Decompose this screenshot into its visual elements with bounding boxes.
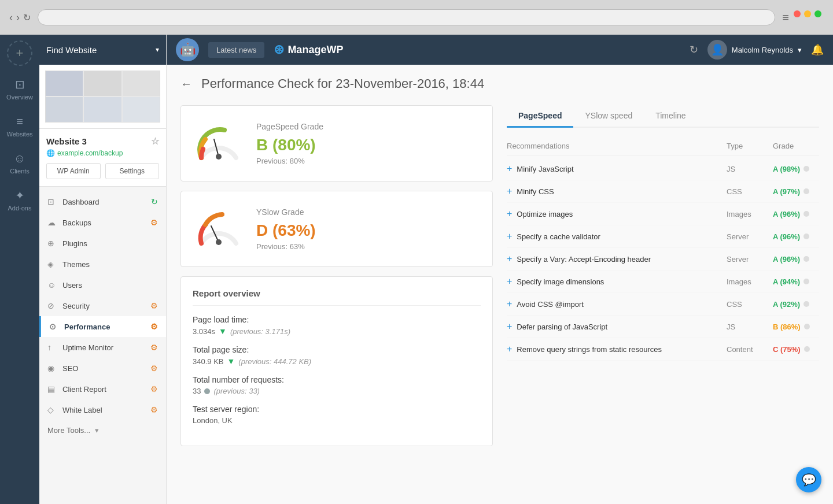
nav-label-themes: Themes [62,260,158,269]
nav-item-users[interactable]: ☺ Users [39,275,166,295]
browser-menu-button[interactable]: ≡ [782,11,789,24]
yslow-gauge [193,203,245,255]
rec-name-minify-js: + Minify JavaScript [507,164,727,174]
nav-item-seo[interactable]: ◉ SEO ⚙ [39,358,166,379]
rec-type-0: JS [727,165,773,173]
grade-dot-5 [803,279,809,284]
dashboard-icon: ⊡ [47,197,57,206]
robot-mascot: 🤖 [176,38,199,61]
expand-icon[interactable]: + [507,254,512,264]
nav-item-white-label[interactable]: ◇ White Label ⚙ [39,399,166,420]
sidebar-icon-addons[interactable]: ✦ Add-ons [2,183,37,217]
topbar-refresh-icon[interactable]: ↻ [690,43,698,56]
address-bar[interactable] [38,9,775,25]
traffic-light-green [814,10,821,17]
tab-pagespeed[interactable]: PageSpeed [507,105,573,128]
star-button[interactable]: ☆ [151,136,159,147]
pagespeed-grade-previous: Previous: 80% [256,157,481,165]
expand-icon[interactable]: + [507,276,512,287]
site-preview [39,65,166,129]
tab-timeline[interactable]: Timeline [644,105,697,128]
clients-label: Clients [10,168,30,175]
table-row: + Avoid CSS @import CSS A (92%) [507,293,819,316]
nav-label-backups: Backups [62,218,145,227]
report-pagesize-value: 340.9 KB ▼ (previous: 444.72 KB) [193,357,481,366]
nav-forward-button[interactable]: › [16,12,20,24]
nav-item-backups[interactable]: ☁ Backups ⚙ [39,212,166,233]
addons-label: Add-ons [8,205,32,212]
pagespeed-gauge [193,117,245,169]
rec-grade-2: A (96%) [773,210,819,218]
find-website-label: Find Website [46,45,151,55]
chat-button[interactable]: 💬 [796,467,821,492]
backups-icon: ☁ [47,218,57,227]
secondary-sidebar: Find Website ▾ Website 3 ☆ [39,35,167,504]
overview-icon: ⊡ [15,77,25,91]
expand-icon[interactable]: + [507,231,512,242]
nav-label-plugins: Plugins [62,239,158,248]
expand-icon[interactable]: + [507,164,512,174]
back-button[interactable]: ← [180,77,192,91]
latest-news-button[interactable]: Latest news [208,42,264,58]
page-title: Performance Check for 23-November-2016, … [201,76,484,91]
tab-yslow[interactable]: YSlow speed [573,105,644,128]
pagespeed-grade-card: PageSpeed Grade B (80%) Previous: 80% [180,105,493,181]
main-content: ← Performance Check for 23-November-2016… [167,65,833,504]
white-label-gear-icon: ⚙ [150,405,158,414]
nav-label-dashboard: Dashboard [62,198,145,206]
nav-refresh-button[interactable]: ↻ [23,12,31,23]
report-item-loadtime: Page load time: 3.034s ▼ (previous: 3.17… [193,315,481,336]
more-tools-button[interactable]: More Tools... ▾ [39,420,166,440]
sidebar-icon-websites[interactable]: ≡ Websites [2,109,37,143]
nav-label-white-label: White Label [62,406,145,414]
nav-item-client-report[interactable]: ▤ Client Report ⚙ [39,379,166,399]
nav-item-performance[interactable]: ⊙ Performance ⚙ [39,316,166,337]
requests-dot-icon [204,388,210,394]
yslow-grade-card: YSlow Grade D (63%) Previous: 63% [180,191,493,267]
plugins-icon: ⊕ [47,239,57,248]
pagesize-down-arrow-icon: ▼ [227,357,235,366]
seo-icon: ◉ [47,364,57,373]
expand-icon[interactable]: + [507,209,512,219]
browser-chrome: ‹ › ↻ ≡ [0,0,833,35]
rec-grade-5: A (94%) [773,277,819,286]
nav-item-dashboard[interactable]: ⊡ Dashboard ↻ [39,191,166,212]
nav-item-uptime[interactable]: ↑ Uptime Monitor ⚙ [39,337,166,358]
website-actions: WP Admin Settings [46,163,159,179]
rec-name-defer-js: + Defer parsing of JavaScript [507,321,727,332]
add-site-button[interactable]: + [7,40,32,66]
sidebar-icon-overview[interactable]: ⊡ Overview [2,72,37,106]
nav-item-security[interactable]: ⊘ Security ⚙ [39,295,166,316]
expand-icon[interactable]: + [507,186,512,197]
rec-type-3: Server [727,232,773,241]
expand-icon[interactable]: + [507,299,512,309]
rec-header-recommendations: Recommendations [507,142,727,150]
expand-icon[interactable]: + [507,344,512,354]
nav-back-button[interactable]: ‹ [9,12,13,24]
nav-item-themes[interactable]: ◈ Themes [39,254,166,275]
topbar-user[interactable]: 👤 Malcolm Reynolds ▾ [707,40,802,60]
yslow-grade-previous: Previous: 63% [256,242,481,251]
sidebar-icon-clients[interactable]: ☺ Clients [2,146,37,180]
nav-item-plugins[interactable]: ⊕ Plugins [39,233,166,254]
notification-bell-icon[interactable]: 🔔 [811,43,824,56]
loadtime-down-arrow-icon: ▼ [219,327,227,336]
traffic-light-red [794,10,801,17]
seo-gear-icon: ⚙ [150,364,158,373]
expand-icon[interactable]: + [507,321,512,332]
wp-admin-button[interactable]: WP Admin [46,163,101,179]
more-tools-label: More Tools... [47,426,90,435]
website-info: Website 3 ☆ 🌐 example.com/backup WP Admi… [39,129,166,187]
backups-gear-icon: ⚙ [150,218,158,227]
pagespeed-grade-value: B (80%) [256,136,481,154]
yslow-grade-info: YSlow Grade D (63%) Previous: 63% [256,207,481,251]
table-row: + Specify a Vary: Accept-Encoding header… [507,248,819,270]
rec-type-6: CSS [727,300,773,309]
grade-dot-6 [803,301,809,307]
content-grid: PageSpeed Grade B (80%) Previous: 80% [180,105,819,446]
rec-grade-7: B (86%) [773,323,819,331]
settings-button[interactable]: Settings [105,163,160,179]
user-dropdown-arrow-icon: ▾ [798,46,802,54]
yslow-grade-label: YSlow Grade [256,207,481,217]
website-url: 🌐 example.com/backup [46,149,159,157]
